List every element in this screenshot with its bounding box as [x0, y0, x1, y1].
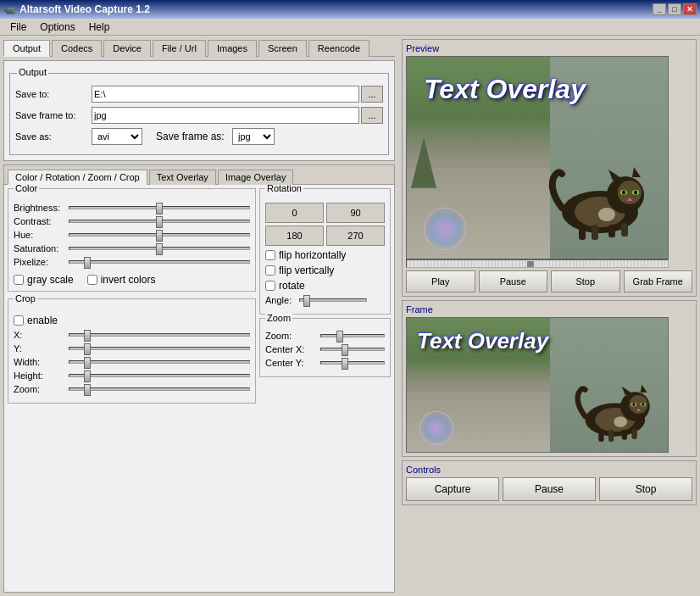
preview-overlay-text: Text Overlay — [424, 74, 586, 105]
menu-help[interactable]: Help — [82, 19, 117, 35]
controls-section: Controls Capture Pause Stop — [402, 460, 697, 505]
brightness-track — [69, 206, 250, 209]
flip-v-checkbox[interactable] — [265, 265, 275, 276]
svg-point-31 — [614, 416, 627, 427]
pixelize-slider[interactable] — [84, 257, 91, 269]
preview-scrollbar-thumb[interactable] — [527, 261, 534, 268]
frame-scene: Text Overlay — [407, 318, 668, 452]
preview-label: Preview — [406, 43, 692, 53]
play-button[interactable]: Play — [406, 270, 475, 292]
invert-checkbox[interactable] — [87, 275, 97, 285]
svg-point-9 — [634, 191, 637, 195]
crop-zoom-slider[interactable] — [84, 384, 91, 396]
save-to-input[interactable] — [92, 86, 359, 103]
save-to-browse-button[interactable]: ... — [361, 86, 383, 103]
rotate-0-button[interactable]: 0 — [265, 203, 324, 223]
stop-button[interactable]: Stop — [551, 270, 620, 292]
output-group-label: Output — [17, 67, 48, 77]
rotate-270-button[interactable]: 270 — [326, 226, 385, 246]
save-as-label: Save as: — [15, 131, 92, 142]
save-frame-input[interactable] — [92, 107, 359, 124]
tab-file-url[interactable]: File / Url — [153, 40, 206, 57]
tab-reencode[interactable]: Reencode — [308, 40, 369, 57]
rotate-180-button[interactable]: 180 — [265, 226, 324, 246]
flip-h-label: flip horizontally — [279, 249, 346, 261]
zoom-centerx-track — [320, 348, 385, 351]
controls-stop-button[interactable]: Stop — [599, 477, 692, 501]
menu-file[interactable]: File — [3, 19, 33, 35]
brightness-label: Brightness: — [14, 203, 69, 213]
crop-width-slider[interactable] — [84, 357, 91, 369]
hue-label: Hue: — [14, 230, 69, 240]
saturation-slider[interactable] — [156, 243, 163, 255]
contrast-slider[interactable] — [156, 216, 163, 228]
sub-tab-image-overlay[interactable]: Image Overlay — [218, 170, 294, 185]
pixelize-track — [69, 260, 250, 264]
crop-width-label: Width: — [14, 357, 69, 367]
save-frame-browse-button[interactable]: ... — [361, 107, 383, 124]
maximize-button[interactable]: □ — [668, 3, 681, 15]
crop-enable-row: enable — [14, 315, 250, 326]
crop-x-slider[interactable] — [84, 330, 91, 342]
tab-images[interactable]: Images — [208, 40, 257, 57]
app-title: Altarsoft Video Capture 1.2 — [19, 3, 653, 15]
zoom-zoom-slider[interactable] — [336, 331, 343, 343]
hue-track — [69, 233, 250, 237]
tab-device[interactable]: Device — [103, 40, 151, 57]
saturation-row: Saturation: — [14, 243, 250, 253]
zoom-centerx-slider[interactable] — [342, 344, 348, 356]
svg-rect-12 — [592, 225, 598, 240]
sub-tab-crz[interactable]: Color / Rotation / Zoom / Crop — [8, 170, 147, 185]
svg-point-8 — [622, 191, 625, 195]
invert-row: invert colors — [87, 274, 156, 286]
crop-height-slider[interactable] — [84, 370, 91, 382]
svg-rect-27 — [598, 430, 603, 442]
svg-marker-5 — [632, 167, 641, 177]
crop-enable-checkbox[interactable] — [14, 315, 24, 326]
capture-button[interactable]: Capture — [406, 477, 499, 501]
grab-frame-button[interactable]: Grab Frame — [624, 270, 693, 292]
zoom-zoom-row: Zoom: — [265, 331, 385, 341]
flower-overlay — [424, 208, 466, 250]
crop-zoom-track — [69, 387, 250, 391]
tab-codecs[interactable]: Codecs — [52, 40, 102, 57]
grayscale-checkbox[interactable] — [14, 275, 24, 285]
brightness-slider[interactable] — [156, 203, 163, 214]
svg-point-24 — [632, 403, 635, 406]
controls-buttons: Capture Pause Stop — [406, 477, 692, 501]
crop-group-label: Crop — [14, 293, 37, 304]
preview-scrollbar[interactable] — [406, 259, 669, 268]
invert-label: invert colors — [101, 274, 156, 286]
hue-slider[interactable] — [156, 230, 163, 242]
pause-button[interactable]: Pause — [479, 270, 548, 292]
minimize-button[interactable]: _ — [653, 3, 666, 15]
frame-label: Frame — [406, 304, 692, 315]
controls-pause-button[interactable]: Pause — [503, 477, 596, 501]
angle-slider[interactable] — [303, 295, 310, 307]
sub-tab-bar: Color / Rotation / Zoom / Crop Text Over… — [4, 165, 394, 185]
crop-zoom-row: Zoom: — [14, 384, 250, 394]
rotate-90-button[interactable]: 90 — [326, 203, 385, 223]
save-frame-as-select[interactable]: jpg png bmp — [232, 128, 275, 145]
tab-output[interactable]: Output — [3, 40, 50, 57]
color-group-label: Color — [14, 185, 39, 193]
crop-y-row: Y: — [14, 343, 250, 354]
flip-h-checkbox[interactable] — [265, 250, 275, 260]
tab-screen[interactable]: Screen — [258, 40, 307, 57]
crop-enable-label: enable — [27, 315, 58, 326]
sub-tab-text-overlay[interactable]: Text Overlay — [149, 170, 216, 185]
rotate-checkbox[interactable] — [265, 281, 275, 291]
angle-track — [299, 298, 367, 302]
crop-y-slider[interactable] — [84, 343, 91, 355]
save-as-select[interactable]: avi wmv mp4 — [92, 128, 142, 145]
save-frame-as-label: Save frame as: — [156, 131, 232, 142]
close-button[interactable]: ✕ — [683, 3, 697, 15]
zoom-centery-label: Center Y: — [265, 358, 320, 368]
save-to-row: Save to: ... — [15, 86, 383, 103]
menu-options[interactable]: Options — [33, 19, 81, 35]
crop-height-track — [69, 374, 250, 377]
crop-y-track — [69, 347, 250, 350]
zoom-centerx-label: Center X: — [265, 344, 320, 354]
svg-point-25 — [642, 403, 644, 406]
zoom-centery-slider[interactable] — [342, 358, 348, 370]
